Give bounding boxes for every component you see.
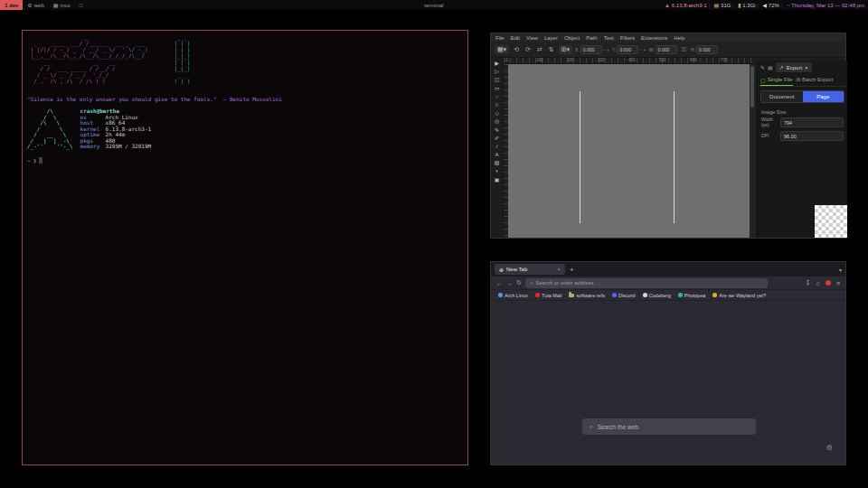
clock-icon: ◔ — [786, 3, 789, 8]
tab-single-file[interactable]: ▢ Single File — [760, 77, 793, 86]
extension-icon[interactable] — [826, 280, 831, 286]
calligraphy-tool[interactable]: / — [496, 144, 498, 149]
url-bar[interactable]: ⌕ Search or enter address — [525, 278, 768, 288]
bookmark-codeberg[interactable]: Codeberg — [643, 293, 671, 298]
panel-header: ✎ ▤ ↗ Export × — [758, 61, 847, 74]
y-stepper[interactable]: − + — [639, 47, 646, 52]
y-input[interactable]: 0.000 — [617, 45, 638, 54]
inkscape-window[interactable]: File Edit View Layer Object Path Text Fi… — [490, 33, 846, 239]
pencil-icon[interactable]: ✎ — [760, 64, 765, 70]
h-input[interactable]: 0.000 — [696, 45, 718, 54]
settings-gear-icon[interactable]: ⚙ — [826, 444, 833, 452]
volume-status[interactable]: ◀ 72% | — [762, 2, 782, 8]
web-search-bar[interactable]: ⌕ Search the web — [582, 418, 756, 435]
batch-export-icon: ⧉ — [797, 77, 800, 84]
system-bar: 1 dev ⚙ web ▦ mux □ terminal ▲ 6.13.8-ar… — [0, 0, 868, 10]
menu-path[interactable]: Path — [586, 35, 597, 41]
pencil-tool[interactable]: ✎ — [495, 127, 499, 133]
rotate-cw-icon[interactable]: ⟳ — [524, 46, 533, 53]
bookmark-arch-linux[interactable]: Arch Linux — [498, 293, 528, 298]
node-editor-tool[interactable]: ▷ — [495, 69, 499, 74]
dpi-input[interactable]: 96.00 — [780, 131, 844, 141]
arch-logo-ascii: /\ / \ /\ \ / \ / __ \ / | | -\ /_-'' ''… — [27, 108, 73, 150]
bookmark-folder-software-refs[interactable]: software refs — [569, 293, 604, 298]
menu-object[interactable]: Object — [564, 35, 580, 41]
terminal-window[interactable]: __ _ _ _ _____ ___/ /______ __ _ ___ | |… — [22, 30, 468, 465]
shell-prompt[interactable]: ~ ❯ — [27, 157, 42, 164]
x-input[interactable]: 0.000 — [580, 45, 602, 54]
menu-text[interactable]: Text — [604, 35, 614, 41]
workspace-mux[interactable]: ▦ mux — [49, 0, 75, 10]
flip-vertical-icon[interactable]: ⇅ — [547, 46, 556, 53]
menu-file[interactable]: File — [495, 35, 505, 41]
layers-icon[interactable]: ▤ — [768, 64, 773, 70]
export-icon: ↗ — [779, 64, 784, 70]
menu-edit[interactable]: Edit — [511, 35, 520, 41]
bookmark-favicon — [535, 293, 540, 297]
selection-mode-dropdown[interactable]: ▦▾ — [495, 45, 509, 54]
bezier-pen-tool[interactable]: ✐ — [495, 136, 499, 141]
speaker-icon: ◀ — [762, 2, 767, 8]
workspace-web[interactable]: ⚙ web — [23, 0, 48, 10]
workspace-dev[interactable]: 1 dev — [0, 0, 23, 10]
browser-window[interactable]: ⊕ New Tab × + ▾ ← → ↻ ⌕ Search or enter … — [490, 261, 846, 465]
close-tab-icon[interactable]: × — [557, 267, 561, 272]
transparency-preview — [815, 205, 847, 238]
close-icon[interactable]: × — [805, 65, 808, 70]
folder-icon — [569, 294, 574, 297]
back-button[interactable]: ← — [496, 280, 503, 286]
forward-button[interactable]: → — [506, 280, 513, 286]
menu-layer[interactable]: Layer — [544, 35, 558, 41]
rotate-ccw-icon[interactable]: ⟲ — [512, 46, 521, 53]
list-tabs-icon[interactable]: ▾ — [839, 267, 842, 273]
fetch-info: crash@bertha osArch Linux hostx86_64 ker… — [80, 108, 152, 150]
bookmark-tuta-mail[interactable]: Tuta Mail — [535, 293, 561, 298]
rectangle-tool[interactable]: ▭ — [495, 86, 500, 91]
active-tab[interactable]: ⊕ New Tab × — [495, 264, 565, 275]
lock-ratio-icon[interactable]: ⚿ — [680, 46, 688, 53]
bookmark-are-we-wayland-yet[interactable]: Are we Wayland yet? — [712, 293, 766, 298]
paint-bucket-tool[interactable]: ▣ — [495, 177, 500, 183]
toolbox: ▶ ▷ ◫ ▭ ○ ☆ ◇ ◎ ✎ ✐ / A ▧ ◗ ▣ — [491, 58, 504, 238]
spiral-tool[interactable]: ◎ — [495, 118, 499, 124]
menu-extensions[interactable]: Extensions — [641, 35, 667, 41]
menu-bar: File Edit View Layer Object Path Text Fi… — [491, 33, 845, 42]
shape-builder-tool[interactable]: ◫ — [495, 77, 500, 82]
menu-icon[interactable]: ≡ — [836, 280, 840, 286]
home-icon[interactable]: ⌂ — [816, 280, 820, 286]
vertical-scrollbar[interactable] — [750, 64, 755, 238]
align-dropdown[interactable]: ⊞▾ — [559, 45, 572, 54]
tool-controls-bar: ▦▾ ⟲ ⟳ ⇄ ⇅ ⊞▾ X: 0.000 − + Y: 0.000 − + … — [491, 42, 845, 58]
box-3d-tool[interactable]: ◇ — [495, 110, 499, 116]
scrollbar-thumb[interactable] — [750, 66, 754, 108]
search-icon: ⌕ — [530, 280, 533, 286]
ellipse-tool[interactable]: ○ — [495, 94, 499, 99]
text-tool[interactable]: A — [495, 152, 498, 157]
quote-text: "Silence is the only answer you should g… — [27, 96, 282, 102]
gradient-tool[interactable]: ▧ — [495, 160, 500, 165]
export-tab[interactable]: ↗ Export × — [776, 62, 812, 72]
new-tab-button[interactable]: + — [570, 266, 574, 274]
menu-filters[interactable]: Filters — [620, 35, 635, 41]
x-stepper[interactable]: − + — [603, 47, 609, 52]
w-input[interactable]: 0.000 — [656, 45, 677, 54]
tab-batch-export[interactable]: ⧉ Batch Export — [797, 77, 834, 86]
star-tool[interactable]: ☆ — [495, 102, 499, 108]
width-input[interactable]: 794 — [780, 117, 844, 127]
bookmark-discord[interactable]: Discord — [612, 293, 636, 298]
workspace-4[interactable]: □ — [75, 0, 88, 10]
bookmark-photopea[interactable]: Photopea — [678, 293, 706, 298]
flip-horizontal-icon[interactable]: ⇄ — [535, 46, 544, 53]
selector-tool[interactable]: ▶ — [495, 61, 499, 66]
menu-view[interactable]: View — [526, 35, 538, 41]
download-icon[interactable]: ↧ — [806, 279, 811, 286]
canvas[interactable] — [504, 64, 750, 238]
document-button[interactable]: Document — [761, 91, 803, 102]
page-button[interactable]: Page — [803, 91, 844, 102]
grid-icon: ▦ — [53, 2, 59, 8]
globe-icon: ⊕ — [499, 267, 504, 273]
menu-help[interactable]: Help — [674, 35, 684, 41]
navigation-bar: ← → ↻ ⌕ Search or enter address ↧ ⌂ ≡ — [491, 277, 845, 290]
dropper-tool[interactable]: ◗ — [495, 168, 499, 174]
reload-button[interactable]: ↻ — [516, 279, 522, 286]
